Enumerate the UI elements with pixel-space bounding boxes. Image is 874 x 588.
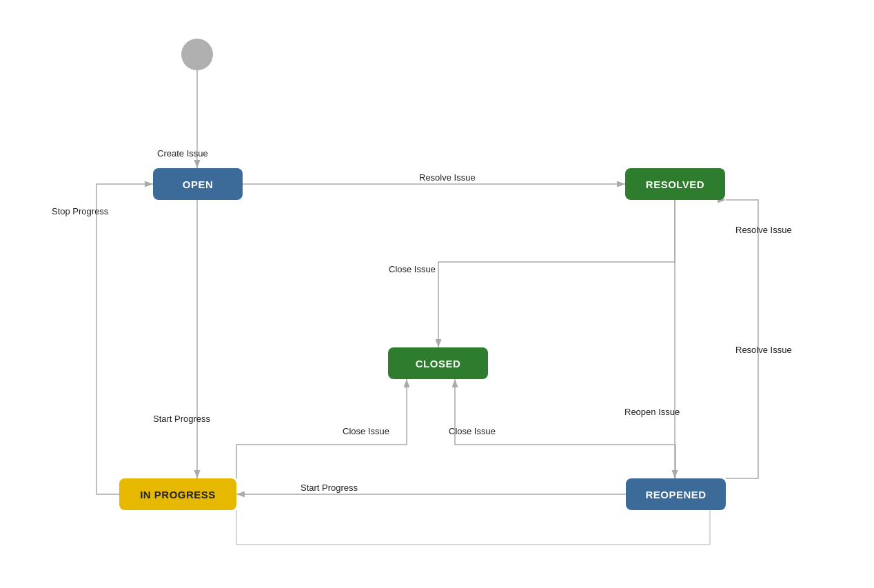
- state-resolved: RESOLVED: [625, 168, 725, 200]
- label-close-issue-3: Close Issue: [449, 426, 496, 436]
- label-start-progress-1: Start Progress: [153, 414, 210, 424]
- state-reopened: REOPENED: [626, 478, 726, 510]
- start-circle: [181, 39, 213, 70]
- label-close-issue-2: Close Issue: [343, 426, 389, 436]
- label-close-issue-1: Close Issue: [389, 264, 436, 274]
- label-resolve-issue-1: Resolve Issue: [419, 172, 476, 183]
- label-stop-progress: Stop Progress: [52, 206, 108, 216]
- label-reopen-issue: Reopen Issue: [624, 407, 680, 417]
- label-resolve-issue-3: Resolve Issue: [735, 345, 792, 355]
- label-resolve-issue-2: Resolve Issue: [735, 225, 792, 235]
- label-create-issue: Create Issue: [157, 148, 208, 159]
- state-diagram: Create Issue Resolve Issue Close Issue S…: [0, 0, 874, 588]
- label-start-progress-2: Start Progress: [301, 483, 358, 493]
- state-open: OPEN: [153, 168, 243, 200]
- state-closed: CLOSED: [388, 347, 488, 379]
- state-in-progress: IN PROGRESS: [119, 478, 236, 510]
